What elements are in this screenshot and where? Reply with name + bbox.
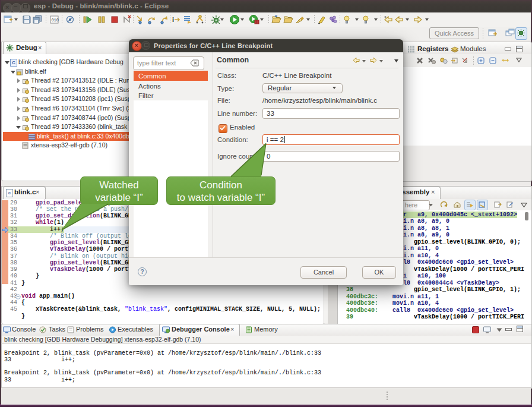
svg-text:i: i — [172, 16, 174, 23]
svg-text:010: 010 — [51, 18, 59, 23]
